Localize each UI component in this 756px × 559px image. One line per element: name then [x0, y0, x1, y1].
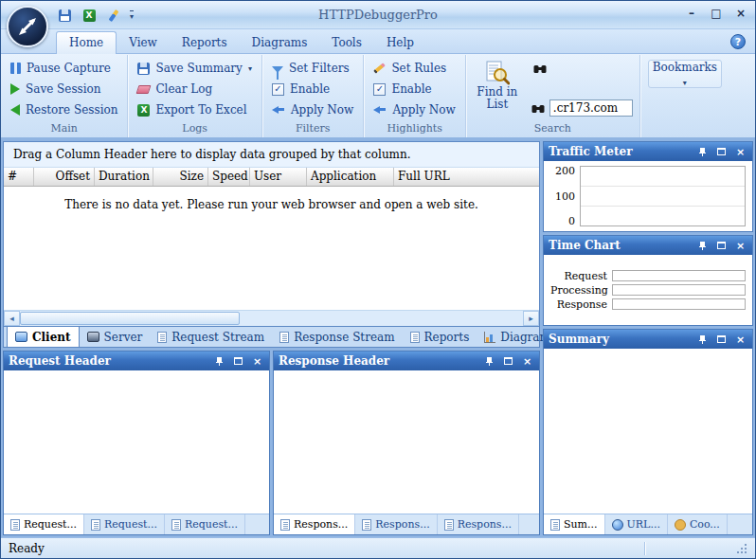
traffic-meter-titlebar[interactable]: Traffic Meter ×	[544, 142, 752, 161]
binoculars-button[interactable]	[531, 60, 549, 77]
response-panel-tab-2[interactable]: Respons...	[355, 514, 437, 534]
time-chart-titlebar[interactable]: Time Chart ×	[544, 236, 752, 255]
find-in-list-button[interactable]: Find in List	[471, 58, 524, 111]
column-header-application[interactable]: Application	[307, 168, 394, 186]
save-session-button[interactable]: Save Session	[6, 79, 122, 99]
quick-brush-button[interactable]	[105, 7, 122, 24]
highlights-enable-label: Enable	[391, 82, 431, 96]
request-panel-tab-3[interactable]: Request...	[165, 514, 245, 534]
set-rules-button[interactable]: Set Rules	[369, 58, 459, 79]
response-panel-tab-1[interactable]: Respons...	[274, 514, 355, 534]
request-header-close-button[interactable]: ×	[250, 354, 264, 369]
traffic-meter-plot	[580, 166, 746, 226]
request-panel-tab-1[interactable]: Request...	[4, 514, 84, 534]
pause-capture-button[interactable]: Pause Capture	[6, 58, 122, 79]
quick-excel-button[interactable]	[81, 7, 98, 24]
request-header-body	[4, 370, 269, 514]
summary-titlebar[interactable]: Summary ×	[544, 330, 752, 349]
summary-tab[interactable]: Sum...	[544, 514, 605, 534]
request-header-pin-button[interactable]	[212, 354, 226, 369]
time-chart-maximize-button[interactable]	[714, 239, 729, 253]
scrollbar-thumb[interactable]	[20, 312, 240, 325]
traffic-meter-maximize-button[interactable]	[714, 145, 729, 159]
request-header-maximize-button[interactable]	[231, 354, 245, 369]
apply-arrow-icon	[373, 104, 387, 116]
view-tab-response-stream[interactable]: Response Stream	[272, 327, 402, 347]
empty-message: There is no data yet. Please run your we…	[4, 198, 539, 211]
response-header-pin-button[interactable]	[482, 354, 496, 369]
column-header-full-url[interactable]: Full URL	[394, 168, 539, 186]
group-by-drop-zone[interactable]: Drag a Column Header here to display dat…	[4, 142, 539, 168]
tab-home[interactable]: Home	[56, 31, 117, 54]
clear-log-button[interactable]: Clear Log	[133, 79, 256, 99]
binoculars-icon	[533, 63, 547, 74]
response-panel-tab-2-label: Respons...	[375, 518, 429, 531]
tab-tools[interactable]: Tools	[319, 32, 374, 53]
resize-grip[interactable]	[736, 543, 747, 554]
view-tab-server[interactable]: Server	[80, 327, 151, 347]
view-tab-request-stream[interactable]: Request Stream	[150, 327, 272, 347]
titlebar[interactable]: ▾ HTTPDebuggerPro – □ ×	[1, 1, 755, 29]
horizontal-scrollbar[interactable]: ◂ ▸	[4, 310, 539, 326]
scroll-left-button[interactable]: ◂	[4, 311, 20, 326]
summary-maximize-button[interactable]	[714, 333, 729, 347]
cookies-tab[interactable]: Coo...	[668, 514, 728, 534]
export-to-excel-button[interactable]: Export To Excel	[133, 99, 256, 120]
search-input[interactable]	[549, 99, 633, 117]
tab-help[interactable]: Help	[374, 32, 426, 53]
quick-save-button[interactable]	[56, 7, 73, 24]
brush-icon	[109, 9, 119, 22]
capture-grid: Drag a Column Header here to display dat…	[3, 141, 540, 327]
view-tab-server-label: Server	[104, 331, 143, 344]
restore-session-icon	[10, 104, 20, 116]
request-panel-tab-2-label: Request...	[104, 518, 157, 531]
column-header-size[interactable]: Size	[153, 168, 208, 186]
app-menu-button[interactable]	[7, 6, 48, 47]
help-button[interactable]: ?	[730, 34, 746, 49]
traffic-meter-pin-button[interactable]	[695, 145, 710, 159]
column-header-offset[interactable]: Offset	[34, 168, 95, 186]
highlights-apply-now-button[interactable]: Apply Now	[369, 99, 459, 120]
summary-pin-button[interactable]	[695, 333, 710, 347]
request-header-titlebar[interactable]: Request Header ×	[4, 352, 269, 370]
time-chart-row: Processing	[550, 284, 746, 297]
column-header-user[interactable]: User	[250, 168, 307, 186]
tab-diagrams[interactable]: Diagrams	[240, 32, 320, 53]
tab-reports[interactable]: Reports	[170, 32, 240, 53]
save-summary-button[interactable]: Save Summary ▾	[133, 58, 256, 79]
filters-enable-checkbox[interactable]: ✓ Enable	[267, 79, 358, 99]
scroll-right-button[interactable]: ▸	[523, 311, 539, 326]
pin-icon	[485, 356, 494, 367]
time-chart-pin-button[interactable]	[695, 239, 710, 253]
time-chart-close-button[interactable]: ×	[733, 239, 747, 253]
left-column: Drag a Column Header here to display dat…	[3, 141, 540, 535]
close-button[interactable]: ×	[734, 7, 747, 20]
summary-close-button[interactable]: ×	[733, 333, 747, 347]
filters-apply-now-button[interactable]: Apply Now	[267, 99, 358, 120]
response-header-titlebar[interactable]: Response Header ×	[274, 352, 539, 370]
column-header-duration[interactable]: Duration	[95, 168, 153, 186]
request-panel-tab-2[interactable]: Request...	[84, 514, 165, 534]
quick-access-dropdown-icon[interactable]: ▾	[130, 10, 134, 21]
checkbox-checked-icon: ✓	[373, 83, 386, 96]
filter-icon	[272, 66, 283, 73]
response-panel-tab-3[interactable]: Respons...	[438, 514, 519, 534]
bookmarks-button[interactable]: Bookmarks ▾	[648, 60, 722, 88]
time-chart-response-bar	[612, 298, 746, 310]
restore-session-button[interactable]: Restore Session	[6, 99, 122, 120]
response-header-maximize-button[interactable]	[501, 354, 515, 369]
column-header-speed[interactable]: Speed	[208, 168, 250, 186]
binoculars-icon	[531, 103, 545, 114]
response-header-close-button[interactable]: ×	[520, 354, 534, 369]
scrollbar-track[interactable]	[240, 311, 523, 326]
maximize-button[interactable]: □	[710, 7, 723, 20]
highlights-enable-checkbox[interactable]: ✓ Enable	[369, 79, 459, 99]
tab-view[interactable]: View	[117, 32, 170, 53]
view-tab-reports[interactable]: Reports	[403, 327, 477, 347]
view-tab-client[interactable]: Client	[7, 327, 80, 347]
minimize-button[interactable]: –	[685, 7, 698, 20]
set-filters-button[interactable]: Set Filters	[267, 58, 358, 79]
column-header-number[interactable]: #	[4, 168, 34, 186]
url-tab[interactable]: URL...	[605, 514, 668, 534]
traffic-meter-close-button[interactable]: ×	[733, 145, 747, 159]
